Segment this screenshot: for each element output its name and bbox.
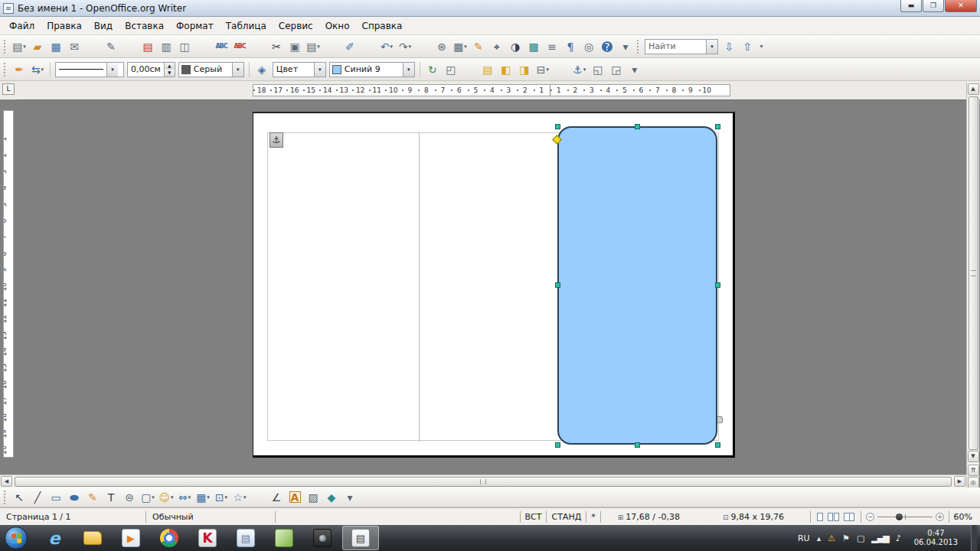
export-pdf-button[interactable]: ▤ xyxy=(139,37,157,56)
edit-file-button[interactable]: ✎ xyxy=(102,37,120,56)
draw-functions-button[interactable]: ✎ xyxy=(469,37,488,56)
callouts-button[interactable]: ⊡▾ xyxy=(212,488,230,507)
fontwork-gallery-button[interactable]: A xyxy=(286,488,304,507)
selection-handle-middle-left[interactable] xyxy=(555,282,560,288)
selection-handle-top-center[interactable] xyxy=(635,124,640,129)
gallery-button[interactable]: ▩ xyxy=(524,37,543,56)
menu-table[interactable]: Таблица xyxy=(220,18,273,34)
line-style-select[interactable]: ▾ xyxy=(55,62,124,77)
previous-page-button[interactable]: ⇈ xyxy=(968,465,979,476)
display-icon[interactable]: ▢ xyxy=(857,533,864,543)
zoom-in-button[interactable]: + xyxy=(936,513,944,521)
multi-page-view-button[interactable] xyxy=(828,513,839,521)
zoom-percentage[interactable]: 60% xyxy=(949,512,980,522)
horizontal-scrollbar[interactable]: ◀ ▶ xyxy=(0,474,966,487)
page-number-status[interactable]: Страница 1 / 1 xyxy=(0,512,145,522)
line-width-stepper[interactable]: 0,00см ▲▼ xyxy=(127,62,175,77)
arrow-style-button[interactable]: ⇆▾ xyxy=(28,60,47,79)
alignment-button[interactable]: ⊟▾ xyxy=(534,60,552,79)
clock[interactable]: 0:47 06.04.2013 xyxy=(908,529,964,547)
insert-mode-status[interactable]: ВСТ xyxy=(521,512,547,522)
single-page-view-button[interactable] xyxy=(817,513,823,521)
rotate-button[interactable]: ↻ xyxy=(423,60,442,79)
insert-table-button[interactable]: ▦▾ xyxy=(451,37,469,56)
paste-button[interactable]: ▤▾ xyxy=(304,37,322,56)
block-arrows-button[interactable]: ⇔▾ xyxy=(175,488,194,507)
taskbar-app-chrome[interactable] xyxy=(151,526,188,550)
cut-button[interactable]: ✂ xyxy=(267,37,286,56)
tab-stop-selector[interactable]: L xyxy=(2,83,15,95)
line-button[interactable]: ╱ xyxy=(28,488,47,507)
navigation-button[interactable]: ◎ xyxy=(968,477,979,488)
redo-button[interactable]: ↷▾ xyxy=(396,37,414,56)
find-dropdown-button[interactable]: ▾ xyxy=(706,40,717,54)
area-dialog-button[interactable]: ◈ xyxy=(253,60,271,79)
text-callout-button[interactable]: ⊜ xyxy=(120,488,139,507)
line-dialog-button[interactable]: ✒ xyxy=(10,60,28,79)
text-button[interactable]: T xyxy=(102,488,120,507)
restore-button[interactable]: ❐ xyxy=(923,0,944,12)
scroll-down-button[interactable]: ▼ xyxy=(968,451,979,462)
group-button[interactable]: ◱ xyxy=(589,60,607,79)
language-indicator[interactable]: RU xyxy=(798,533,810,543)
toolbar-overflow-button[interactable]: ▾ xyxy=(626,60,644,79)
wrap-button[interactable]: ▤ xyxy=(479,60,497,79)
zoom-button[interactable]: ◎ xyxy=(580,37,598,56)
spelling-button[interactable]: ABC xyxy=(212,37,230,56)
document-workspace[interactable]: ⚓ xyxy=(17,99,966,474)
menu-window[interactable]: Окно xyxy=(319,18,356,34)
picture-from-file-button[interactable]: ▨ xyxy=(304,488,322,507)
toolbar-grip[interactable] xyxy=(4,63,6,77)
page-preview-button[interactable]: ◫ xyxy=(175,37,194,56)
anchor-button[interactable]: ⚓▾ xyxy=(570,60,589,79)
start-button[interactable] xyxy=(5,527,28,549)
close-button[interactable]: ✕ xyxy=(945,0,977,12)
document-page[interactable]: ⚓ xyxy=(253,112,735,458)
autospellcheck-button[interactable]: ABC xyxy=(230,37,249,56)
format-paintbrush-button[interactable]: ✐ xyxy=(341,37,359,56)
ungroup-button[interactable]: ◲ xyxy=(607,60,626,79)
to-foreground-button[interactable]: ◰ xyxy=(442,60,460,79)
menu-tools[interactable]: Сервис xyxy=(273,18,319,34)
scroll-right-button[interactable]: ▶ xyxy=(954,476,965,487)
email-button[interactable]: ✉ xyxy=(65,37,83,56)
navigator-button[interactable]: ◑ xyxy=(506,37,524,56)
toolbar-overflow-button[interactable]: ▾ xyxy=(341,488,359,507)
rectangle-button[interactable]: ▭ xyxy=(47,488,65,507)
warning-icon[interactable]: ⚠ xyxy=(828,533,835,543)
selection-handle-middle-right[interactable] xyxy=(715,282,720,288)
symbol-shapes-button[interactable]: ☺▾ xyxy=(157,488,175,507)
rounded-rectangle-shape[interactable] xyxy=(557,126,717,445)
find-toolbar-overflow-button[interactable]: ▾ xyxy=(756,37,766,56)
zoom-slider-thumb[interactable] xyxy=(896,514,903,520)
menu-view[interactable]: Вид xyxy=(88,18,119,34)
selection-handle-bottom-left[interactable] xyxy=(555,442,560,448)
undo-button[interactable]: ↶▾ xyxy=(377,37,396,56)
selection-mode-status[interactable]: СТАНД xyxy=(547,512,586,522)
menu-file[interactable]: Файл xyxy=(3,18,41,34)
toolbar-overflow-button[interactable]: ▾ xyxy=(616,37,635,56)
find-replace-button[interactable]: ⌖ xyxy=(488,37,506,56)
line-color-select[interactable]: Серый ▾ xyxy=(178,62,244,77)
taskbar-app-camera[interactable] xyxy=(304,526,341,550)
points-button[interactable]: ∠ xyxy=(267,488,286,507)
menu-format[interactable]: Формат xyxy=(170,18,220,34)
fill-type-select[interactable]: Цвет ▾ xyxy=(273,62,326,77)
volume-icon[interactable]: ♪ xyxy=(896,533,901,543)
find-next-button[interactable]: ⇩ xyxy=(720,37,738,56)
taskbar-app-explorer[interactable] xyxy=(74,526,111,550)
select-button[interactable]: ↖ xyxy=(10,488,28,507)
taskbar-app-writer[interactable]: ▤ xyxy=(342,526,379,550)
horizontal-ruler[interactable]: 181716151413121110987654321 12345678910 xyxy=(253,84,730,96)
taskbar-app-media-player[interactable]: ▶ xyxy=(113,526,149,550)
hyperlink-button[interactable]: ⊛ xyxy=(433,37,451,56)
taskbar-app-kaspersky[interactable]: K xyxy=(189,526,226,550)
horizontal-scroll-thumb[interactable] xyxy=(15,477,952,487)
copy-button[interactable]: ▣ xyxy=(286,37,304,56)
action-center-icon[interactable]: ⚑ xyxy=(842,533,850,543)
scroll-left-button[interactable]: ◀ xyxy=(1,476,12,487)
taskbar-app-green[interactable] xyxy=(266,526,302,550)
vertical-scrollbar[interactable]: ▲ ▼ ⇈ ◎ ⇊ xyxy=(966,83,979,496)
network-signal-icon[interactable]: ▂▄▆ xyxy=(871,533,888,543)
menu-help[interactable]: Справка xyxy=(356,18,409,34)
